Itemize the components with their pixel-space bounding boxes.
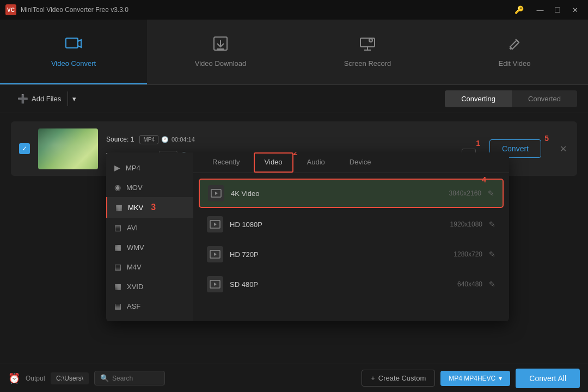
option-sd480-res: 640x480 (457, 280, 482, 288)
create-custom-button[interactable]: + Create Custom (362, 370, 435, 387)
output-label: Output (26, 375, 45, 382)
format-option-sd480[interactable]: SD 480P 640x480 ✎ (199, 271, 504, 298)
nav-edit-video[interactable]: Edit Video (441, 20, 588, 84)
format-tabs: Recently Video 2 Audio Device (193, 152, 509, 173)
option-hd720-label: HD 720P (230, 250, 447, 259)
sd480-icon (207, 276, 223, 292)
format-sidebar: ▶ MP4 ◉ MOV ▦ MKV 3 ▤ AVI ▦ WMV ▤ M4V ▦ … (106, 152, 193, 321)
sidebar-item-mov[interactable]: ◉ MOV (106, 177, 193, 197)
format-panel: ▶ MP4 ◉ MOV ▦ MKV 3 ▤ AVI ▦ WMV ▤ M4V ▦ … (106, 152, 509, 321)
sidebar-label-m4v: M4V (127, 263, 142, 271)
nav-screen-record[interactable]: Screen Record (294, 20, 441, 84)
option-hd1080-edit-button[interactable]: ✎ (489, 220, 495, 229)
asf-icon: ▤ (114, 302, 121, 310)
nav-video-download[interactable]: Video Download (147, 20, 294, 84)
option-hd1080-label: HD 1080P (230, 220, 444, 229)
format-tab-recently[interactable]: Recently (201, 152, 251, 173)
minimize-button[interactable]: — (532, 4, 548, 15)
svg-marker-13 (215, 192, 218, 195)
sidebar-label-asf: ASF (127, 302, 140, 310)
search-icon: 🔍 (100, 374, 109, 382)
option-hd720-res: 1280x720 (454, 250, 482, 258)
format-tab-audio[interactable]: Audio (296, 152, 336, 173)
option-sd480-label: SD 480P (230, 280, 451, 289)
source-format-box: MP4 (139, 135, 158, 144)
sidebar-item-mkv[interactable]: ▦ MKV 3 (106, 197, 193, 218)
nav-bar: Video Convert Video Download Screen Reco… (0, 20, 588, 85)
file-checkbox[interactable]: ✓ (19, 143, 30, 154)
close-file-button[interactable]: ✕ (558, 142, 569, 156)
format-select-label: MP4 MP4HEVC (449, 375, 495, 382)
badge-3: 3 (151, 203, 156, 212)
hd1080-icon (207, 216, 223, 232)
xvid-icon: ▦ (114, 282, 121, 291)
option-4k-res: 3840x2160 (449, 189, 481, 197)
option-4k-label: 4K Video (231, 189, 443, 198)
close-button[interactable]: ✕ (567, 4, 583, 15)
nav-edit-video-label: Edit Video (498, 59, 530, 68)
file-thumbnail (38, 128, 98, 169)
sidebar-item-xvid[interactable]: ▦ XVID (106, 277, 193, 296)
option-hd720-edit-button[interactable]: ✎ (489, 250, 495, 259)
search-input[interactable] (112, 375, 161, 382)
4k-icon (208, 185, 224, 201)
mp4-icon: ▶ (114, 163, 120, 172)
output-path: C:\Users\ (51, 372, 89, 384)
wmv-icon: ▦ (114, 243, 121, 252)
svg-rect-0 (66, 38, 78, 48)
svg-marker-17 (214, 253, 217, 256)
format-option-4k[interactable]: 4K Video 3840x2160 4 ✎ (199, 179, 504, 208)
option-sd480-edit-button[interactable]: ✎ (489, 280, 495, 289)
format-tab-video[interactable]: Video 2 (254, 152, 293, 173)
badge-4: 4 (482, 175, 486, 184)
sidebar-item-mp4[interactable]: ▶ MP4 (106, 158, 193, 177)
format-select-button[interactable]: MP4 MP4HEVC ▾ (440, 371, 510, 386)
tab-converting[interactable]: Converting (445, 90, 512, 107)
sidebar-label-avi: AVI (127, 224, 138, 232)
convert-all-button[interactable]: Convert All (516, 369, 580, 388)
hd720-icon (207, 246, 223, 262)
sidebar-item-asf[interactable]: ▤ ASF (106, 296, 193, 316)
nav-video-download-label: Video Download (195, 59, 246, 68)
format-right-panel: Recently Video 2 Audio Device 4K Video 3… (193, 152, 509, 321)
svg-marker-19 (214, 283, 217, 286)
clock-icon: ⏰ (8, 372, 20, 384)
sidebar-item-avi[interactable]: ▤ AVI (106, 218, 193, 237)
nav-video-convert-label: Video Convert (51, 59, 96, 68)
format-tab-device[interactable]: Device (339, 152, 382, 173)
add-files-dropdown-arrow[interactable]: ▾ (68, 91, 81, 106)
search-box: 🔍 (94, 371, 165, 385)
m4v-icon: ▤ (114, 262, 121, 271)
add-files-button[interactable]: ➕ Add Files ▾ (11, 90, 81, 107)
app-logo: VC (5, 4, 16, 15)
svg-point-9 (370, 39, 372, 41)
tab-converted[interactable]: Converted (512, 90, 577, 107)
format-option-hd1080[interactable]: HD 1080P 1920x1080 ✎ (199, 211, 504, 238)
dropdown-arrow-icon: ▾ (499, 375, 502, 382)
plus-icon: + (371, 374, 375, 382)
app-title: MiniTool Video Converter Free v3.3.0 (21, 6, 510, 14)
video-download-icon (212, 36, 229, 55)
sidebar-item-wmv[interactable]: ▦ WMV (106, 237, 193, 257)
edit-video-icon (506, 36, 523, 55)
nav-video-convert[interactable]: Video Convert (0, 20, 147, 84)
option-4k-edit-button[interactable]: ✎ (488, 189, 494, 198)
titlebar: VC MiniTool Video Converter Free v3.3.0 … (0, 0, 588, 20)
add-files-label: Add Files (32, 95, 61, 103)
source-label: Source: 1 (106, 136, 134, 143)
badge-5: 5 (544, 134, 549, 143)
format-options-list: 4K Video 3840x2160 4 ✎ HD 1080P 1920x108… (193, 173, 509, 303)
sidebar-label-xvid: XVID (127, 283, 143, 291)
avi-icon: ▤ (114, 223, 121, 232)
toolbar: ➕ Add Files ▾ Converting Converted (0, 85, 588, 113)
mkv-icon: ▦ (115, 203, 122, 212)
sidebar-label-mov: MOV (126, 183, 143, 192)
format-option-hd720[interactable]: HD 720P 1280x720 ✎ (199, 241, 504, 268)
file-source-info: Source: 1 MP4 🕐 00:04:14 (106, 135, 481, 144)
tab-group: Converting Converted (445, 90, 577, 107)
sidebar-item-m4v[interactable]: ▤ M4V (106, 257, 193, 277)
sidebar-label-mkv: MKV (128, 204, 143, 212)
window-controls: — ☐ ✕ (532, 4, 583, 15)
badge-2: 2 (293, 152, 298, 157)
maximize-button[interactable]: ☐ (550, 4, 565, 15)
